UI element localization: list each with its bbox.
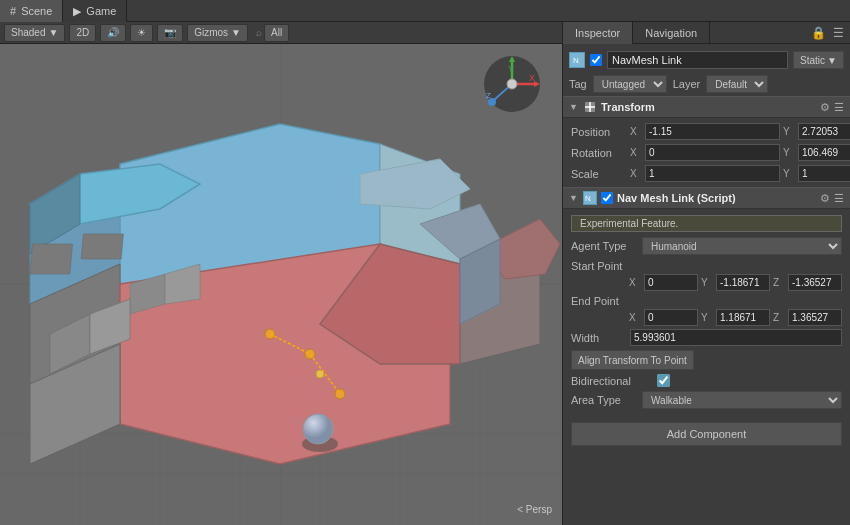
end-y-axis: Y — [701, 312, 713, 323]
transform-settings-icon[interactable]: ⚙ — [820, 101, 830, 114]
transform-body: Position X Y Z Rotation X — [563, 118, 850, 187]
area-type-label: Area Type — [571, 394, 636, 406]
shaded-chevron-icon: ▼ — [48, 27, 58, 38]
navigation-tab-label: Navigation — [645, 27, 697, 39]
end-point-label: End Point — [571, 295, 619, 307]
end-x-axis: X — [629, 312, 641, 323]
transform-menu-icon[interactable]: ☰ — [834, 101, 844, 114]
tag-select[interactable]: Untagged — [593, 75, 667, 93]
agent-type-row: Agent Type Humanoid — [563, 235, 850, 257]
tab-navigation[interactable]: Navigation — [633, 22, 710, 44]
width-row: Width — [563, 327, 850, 348]
align-transform-button[interactable]: Align Transform To Point — [571, 350, 694, 370]
bidirectional-checkbox[interactable] — [657, 374, 670, 387]
start-z-axis: Z — [773, 277, 785, 288]
object-icon: N — [569, 52, 585, 68]
gizmos-button[interactable]: Gizmos ▼ — [187, 24, 248, 42]
start-z-input[interactable] — [788, 274, 842, 291]
scale-x-input[interactable] — [645, 165, 780, 182]
rotation-y-input[interactable] — [798, 144, 850, 161]
bidirectional-label: Bidirectional — [571, 375, 651, 387]
object-header: N Static ▼ — [563, 48, 850, 72]
menu-icon[interactable]: ☰ — [830, 25, 846, 41]
svg-point-33 — [303, 414, 333, 444]
gizmos-label: Gizmos — [194, 27, 228, 38]
inspector-tab-label: Inspector — [575, 27, 620, 39]
start-x-input[interactable] — [644, 274, 698, 291]
nav-mesh-script-header[interactable]: ▼ N Nav Mesh Link (Script) ⚙ ☰ — [563, 187, 850, 209]
add-component-button[interactable]: Add Component — [571, 422, 842, 446]
position-row: Position X Y Z — [563, 121, 850, 142]
shaded-label: Shaded — [11, 27, 45, 38]
scale-y-axis: Y — [783, 168, 795, 179]
lock-icon[interactable]: 🔒 — [810, 25, 826, 41]
svg-text:Z: Z — [486, 91, 491, 100]
position-label: Position — [571, 126, 626, 138]
2d-label: 2D — [76, 27, 89, 38]
script-icon: N — [583, 191, 597, 205]
start-point-row: X Y Z — [563, 273, 850, 292]
gizmo-widget[interactable]: Y X Z — [482, 54, 542, 114]
object-active-checkbox[interactable] — [590, 54, 602, 66]
static-label: Static — [800, 55, 825, 66]
script-menu-icon[interactable]: ☰ — [834, 192, 844, 205]
position-x-input[interactable] — [645, 123, 780, 140]
scale-row: Scale X Y Z — [563, 163, 850, 184]
top-bar: # Scene ▶ Game — [0, 0, 850, 22]
all-button[interactable]: All — [264, 24, 289, 42]
tab-scene[interactable]: # Scene — [0, 0, 63, 22]
transform-icon — [583, 100, 597, 114]
svg-text:N: N — [585, 194, 591, 203]
tag-layer-row: Tag Untagged Layer Default — [563, 72, 850, 96]
end-point-section: End Point — [563, 292, 850, 308]
effects-button[interactable]: ☀ — [130, 24, 153, 42]
scale-xyz: X Y Z — [630, 165, 850, 182]
position-y-input[interactable] — [798, 123, 850, 140]
audio-button[interactable]: 🔊 — [100, 24, 126, 42]
rotation-label: Rotation — [571, 147, 626, 159]
end-y-input[interactable] — [716, 309, 770, 326]
area-type-select[interactable]: Walkable — [642, 391, 842, 409]
script-settings-icon[interactable]: ⚙ — [820, 192, 830, 205]
inspector-tab-icons: 🔒 ☰ — [810, 22, 850, 43]
layer-label: Layer — [673, 78, 701, 90]
start-point-label: Start Point — [571, 260, 622, 272]
start-y-input[interactable] — [716, 274, 770, 291]
tab-inspector[interactable]: Inspector — [563, 22, 633, 44]
script-collapse-icon: ▼ — [569, 193, 579, 203]
transform-header[interactable]: ▼ Transform ⚙ ☰ — [563, 96, 850, 118]
scene-canvas: Y X Z < Persp — [0, 44, 562, 525]
main-layout: Shaded ▼ 2D 🔊 ☀ 📷 Gizmos ▼ ⌕ All — [0, 22, 850, 525]
scene-toolbar: Shaded ▼ 2D 🔊 ☀ 📷 Gizmos ▼ ⌕ All — [0, 22, 562, 44]
end-z-input[interactable] — [788, 309, 842, 326]
end-x-input[interactable] — [644, 309, 698, 326]
static-chevron-icon: ▼ — [827, 55, 837, 66]
tab-game[interactable]: ▶ Game — [63, 0, 127, 22]
rot-y-axis: Y — [783, 147, 795, 158]
shaded-button[interactable]: Shaded ▼ — [4, 24, 65, 42]
end-z-axis: Z — [773, 312, 785, 323]
pos-y-axis: Y — [783, 126, 795, 137]
gizmos-chevron-icon: ▼ — [231, 27, 241, 38]
width-input[interactable] — [630, 329, 842, 346]
rotation-xyz: X Y Z — [630, 144, 850, 161]
experimental-banner: Experimental Feature. — [571, 215, 842, 232]
inspector-tabs: Inspector Navigation 🔒 ☰ — [563, 22, 850, 44]
2d-button[interactable]: 2D — [69, 24, 96, 42]
layer-select[interactable]: Default — [706, 75, 768, 93]
scene-background: Y X Z < Persp — [0, 44, 562, 525]
svg-point-51 — [507, 79, 517, 89]
inspector-content: N Static ▼ Tag Untagged Layer Default — [563, 44, 850, 525]
start-x-axis: X — [629, 277, 641, 288]
scale-y-input[interactable] — [798, 165, 850, 182]
svg-text:N: N — [573, 56, 579, 65]
scale-label: Scale — [571, 168, 626, 180]
rotation-x-input[interactable] — [645, 144, 780, 161]
nav-mesh-script-body: Experimental Feature. Agent Type Humanoi… — [563, 209, 850, 414]
bidirectional-row: Bidirectional — [563, 372, 850, 389]
agent-type-select[interactable]: Humanoid — [642, 237, 842, 255]
object-name-input[interactable] — [607, 51, 788, 69]
static-button[interactable]: Static ▼ — [793, 51, 844, 69]
script-active-checkbox[interactable] — [601, 192, 613, 204]
camera-button[interactable]: 📷 — [157, 24, 183, 42]
